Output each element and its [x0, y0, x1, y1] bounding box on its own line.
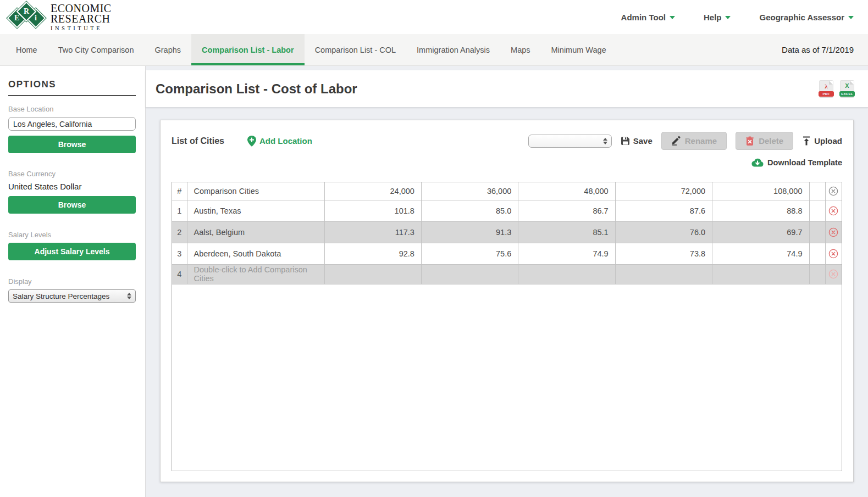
row-delete-button[interactable]	[825, 264, 842, 284]
value-cell[interactable]	[518, 264, 615, 284]
menu-admin-tool[interactable]: Admin Tool	[621, 13, 675, 22]
value-cell[interactable]: 88.8	[712, 200, 809, 221]
col-header-cities: Comparison Cities	[187, 182, 324, 200]
menu-geographic-assessor[interactable]: Geographic Assessor	[759, 13, 854, 22]
tab-immigration-analysis[interactable]: Immigration Analysis	[406, 34, 500, 65]
col-header-108000[interactable]: 108,000	[712, 182, 809, 200]
circle-x-icon	[828, 206, 838, 216]
tab-maps[interactable]: Maps	[500, 34, 540, 65]
city-cell[interactable]: Aberdeen, South Dakota	[187, 243, 324, 264]
value-cell[interactable]: 75.6	[421, 243, 518, 264]
base-location-browse-button[interactable]: Browse	[8, 136, 136, 153]
spacer-cell	[809, 200, 825, 221]
main-nav: Home Two City Comparison Graphs Comparis…	[0, 34, 868, 66]
adjust-salary-levels-button[interactable]: Adjust Salary Levels	[8, 243, 136, 260]
base-location-label: Base Location	[8, 105, 136, 113]
add-city-placeholder-cell[interactable]: Double-click to Add Comparison Cities	[187, 264, 324, 284]
value-cell[interactable]: 74.9	[712, 243, 809, 264]
header-delete-all-button[interactable]	[825, 182, 842, 200]
value-cell[interactable]: 85.1	[518, 221, 615, 243]
circle-x-icon	[828, 186, 838, 196]
tab-minimum-wage[interactable]: Minimum Wage	[541, 34, 617, 65]
circle-x-icon	[828, 269, 838, 279]
value-cell[interactable]: 91.3	[421, 221, 518, 243]
options-title: OPTIONS	[8, 79, 136, 96]
value-cell[interactable]: 74.9	[518, 243, 615, 264]
cloud-download-icon	[751, 158, 764, 167]
menu-help-label: Help	[704, 13, 722, 22]
row-delete-button[interactable]	[825, 243, 842, 264]
top-header: E i R ECONOMIC RESEARCH INSTITUTE Admin …	[0, 0, 868, 34]
pdf-ribbon-label: PDF	[819, 91, 834, 97]
tab-graphs[interactable]: Graphs	[144, 34, 191, 65]
menu-geographic-assessor-label: Geographic Assessor	[759, 13, 844, 22]
tab-comparison-list-col[interactable]: Comparison List - COL	[305, 34, 406, 65]
col-header-48000[interactable]: 48,000	[518, 182, 615, 200]
table-row: 2 Aalst, Belgium 117.3 91.3 85.1 76.0 69…	[172, 221, 842, 243]
options-sidebar: OPTIONS Base Location Browse Base Curren…	[0, 66, 146, 497]
page-title: Comparison List - Cost of Labor	[156, 81, 357, 97]
tab-two-city-comparison[interactable]: Two City Comparison	[48, 34, 145, 65]
city-cell[interactable]: Aalst, Belgium	[187, 221, 324, 243]
export-excel-icon[interactable]: X EXCEL	[841, 81, 854, 97]
display-label: Display	[8, 277, 136, 286]
value-cell[interactable]: 76.0	[615, 221, 712, 243]
value-cell[interactable]: 101.8	[324, 200, 421, 221]
city-cell[interactable]: Austin, Texas	[187, 200, 324, 221]
col-header-24000[interactable]: 24,000	[324, 182, 421, 200]
download-template-label: Download Template	[767, 158, 842, 167]
row-delete-button[interactable]	[825, 221, 842, 243]
tab-home[interactable]: Home	[5, 34, 48, 65]
list-of-cities-title: List of Cities	[172, 136, 224, 146]
row-index: 4	[172, 264, 187, 284]
value-cell[interactable]	[712, 264, 809, 284]
download-template-button[interactable]: Download Template	[751, 158, 842, 167]
save-button[interactable]: Save	[621, 136, 653, 146]
spacer-cell	[809, 243, 825, 264]
menu-admin-tool-label: Admin Tool	[621, 13, 666, 22]
base-currency-browse-button[interactable]: Browse	[8, 196, 136, 214]
value-cell[interactable]: 92.8	[324, 243, 421, 264]
value-cell[interactable]	[615, 264, 712, 284]
main-area: Comparison List - Cost of Labor λ PDF X …	[146, 66, 868, 497]
toolbar-right-group: Save Rename	[528, 132, 842, 150]
col-header-36000[interactable]: 36,000	[421, 182, 518, 200]
base-currency-value: United States Dollar	[8, 182, 136, 191]
app-window: E i R ECONOMIC RESEARCH INSTITUTE Admin …	[0, 0, 868, 497]
tab-comparison-list-labor[interactable]: Comparison List - Labor	[191, 34, 305, 65]
base-location-input[interactable]	[8, 117, 136, 131]
value-cell[interactable]	[324, 264, 421, 284]
value-cell[interactable]: 85.0	[421, 200, 518, 221]
table-row: 1 Austin, Texas 101.8 85.0 86.7 87.6 88.…	[172, 200, 842, 221]
display-select[interactable]: Salary Structure Percentages	[8, 289, 136, 303]
export-pdf-icon[interactable]: λ PDF	[820, 81, 833, 97]
value-cell[interactable]	[421, 264, 518, 284]
delete-button[interactable]: Delete	[736, 132, 793, 150]
pdf-swirl-glyph: λ	[820, 83, 833, 90]
row-index: 2	[172, 221, 187, 243]
value-cell[interactable]: 117.3	[324, 221, 421, 243]
excel-x-glyph: X	[841, 82, 854, 89]
rename-label: Rename	[685, 136, 717, 146]
row-delete-button[interactable]	[825, 200, 842, 221]
top-menus: Admin Tool Help Geographic Assessor	[621, 13, 854, 22]
menu-help[interactable]: Help	[704, 13, 731, 22]
upload-button[interactable]: Upload	[802, 136, 842, 146]
comparison-table: # Comparison Cities 24,000 36,000 48,000…	[172, 182, 842, 284]
save-label: Save	[633, 136, 653, 146]
trash-icon	[745, 136, 754, 146]
pencil-icon	[671, 136, 681, 146]
list-of-cities-card: List of Cities Add Location	[160, 120, 854, 482]
saved-list-select[interactable]	[528, 135, 612, 148]
add-location-button[interactable]: Add Location	[247, 136, 312, 147]
value-cell[interactable]: 87.6	[615, 200, 712, 221]
value-cell[interactable]: 73.8	[615, 243, 712, 264]
row-index: 1	[172, 200, 187, 221]
page-title-band: Comparison List - Cost of Labor λ PDF X …	[146, 70, 868, 108]
delete-label: Delete	[759, 136, 783, 146]
value-cell[interactable]: 86.7	[518, 200, 615, 221]
eri-logo[interactable]: E i R ECONOMIC RESEARCH INSTITUTE	[9, 3, 112, 31]
rename-button[interactable]: Rename	[661, 132, 727, 150]
col-header-72000[interactable]: 72,000	[615, 182, 712, 200]
value-cell[interactable]: 69.7	[712, 221, 809, 243]
